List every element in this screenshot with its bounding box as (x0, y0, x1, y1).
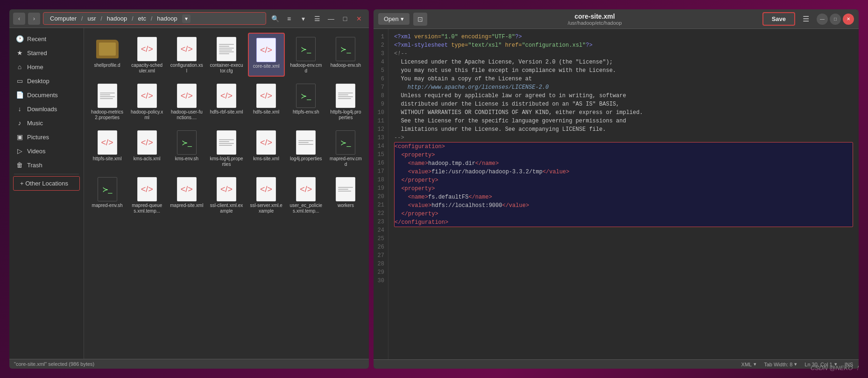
sidebar-item-videos[interactable]: ▷ Videos (9, 144, 84, 158)
breadcrumb-computer[interactable]: Computer (47, 14, 79, 23)
editor-titlebar: Open ▾ ⊡ core-site.xml /usr/hadoop/etc/h… (374, 9, 859, 29)
close-button[interactable]: ✕ (353, 13, 365, 25)
breadcrumb-sep-3: / (132, 15, 133, 22)
breadcrumb-etc[interactable]: etc (135, 14, 149, 23)
desktop-icon: ▭ (16, 77, 23, 85)
open-button[interactable]: Open ▾ (378, 13, 409, 25)
tabwidth-dropdown[interactable]: ▾ (794, 361, 797, 367)
file-item-shellprofile[interactable]: shellprofile.d (89, 33, 126, 77)
sidebar-item-music[interactable]: ♪ Music (9, 116, 84, 130)
sidebar-item-desktop[interactable]: ▭ Desktop (9, 74, 84, 88)
file-item-ssl-server[interactable]: </> ssl-server.xml.example (248, 173, 285, 217)
file-name-httpfs-site: httpfs-site.xml (93, 156, 122, 162)
code-area[interactable]: <?xml version="1.0" encoding="UTF-8"?> <… (388, 29, 859, 359)
pictures-icon: ▣ (16, 133, 23, 141)
file-item-mapred-sh[interactable]: ≻_ mapred-env.sh (89, 173, 126, 217)
file-item-core-site[interactable]: </> core-site.xml (248, 33, 285, 77)
file-item-httpfs-log4j[interactable]: httpfs-log4j.properties (327, 79, 364, 123)
file-icon-httpfs-env: ≻_ (295, 82, 317, 109)
line-numbers: 12345 678910 1112131415 1617181920 21222… (374, 29, 388, 359)
file-item-workers[interactable]: workers (327, 173, 364, 217)
file-item-user-ec[interactable]: </> user_ec_policies.xml.temp... (288, 173, 325, 217)
file-item-container-executor[interactable]: container-executor.cfg (208, 33, 245, 77)
editor-close-button[interactable]: ✕ (843, 14, 854, 25)
file-item-hadoop-env-sh[interactable]: ≻_ hadoop-env.sh (327, 33, 364, 77)
editor-content: 12345 678910 1112131415 1617181920 21222… (374, 29, 859, 359)
file-item-kms-site[interactable]: </> kms-site.xml (248, 126, 285, 170)
editor-window-buttons: — □ ✕ (817, 14, 854, 25)
file-item-user-functions[interactable]: </> hadoop-user-functions.... (168, 79, 205, 123)
sort-button[interactable]: ▾ (297, 13, 309, 25)
editor-minimize-button[interactable]: — (817, 14, 828, 25)
file-name-user-ec: user_ec_policies.xml.temp... (289, 203, 323, 214)
file-name-container: container-executor.cfg (210, 63, 243, 74)
editor-menu-button[interactable]: ☰ (799, 13, 813, 25)
file-item-policy[interactable]: </> hadoop-policy.xml (128, 79, 165, 123)
sidebar-item-pictures[interactable]: ▣ Pictures (9, 130, 84, 144)
file-name-mapred-cmd: mapred-env.cmd (329, 156, 362, 167)
fm-body: 🕐 Recent ★ Starred ⌂ Home ▭ Desktop 📄 (9, 28, 369, 359)
file-name-hdfs-site: hdfs-site.xml (253, 109, 279, 115)
editor-maximize-button[interactable]: □ (830, 14, 841, 25)
file-item-httpfs-site[interactable]: </> httpfs-site.xml (89, 126, 126, 170)
back-button[interactable]: ‹ (13, 13, 25, 25)
file-name-policy: hadoop-policy.xml (130, 109, 163, 121)
file-icon-log4j (295, 129, 317, 156)
file-item-mapred-cmd[interactable]: ≻_ mapred-env.cmd (327, 126, 364, 170)
file-item-log4j[interactable]: log4j.properties (288, 126, 325, 170)
search-button[interactable]: 🔍 (269, 13, 281, 25)
file-name-mapred-sh: mapred-env.sh (92, 203, 123, 208)
sidebar-item-recent[interactable]: 🕐 Recent (9, 32, 84, 46)
file-item-mapred-site[interactable]: </> mapred-site.xml (168, 173, 205, 217)
language-dropdown[interactable]: ▾ (754, 361, 756, 367)
sidebar-item-downloads[interactable]: ↓ Downloads (9, 102, 84, 116)
documents-icon: 📄 (16, 91, 23, 99)
file-icon-policy: </> (136, 82, 158, 109)
maximize-button[interactable]: □ (339, 13, 351, 25)
file-item-capacity[interactable]: </> capacity-scheduler.xml (128, 33, 165, 77)
file-icon-user-ec: </> (295, 176, 317, 203)
file-item-hadoop-env-cmd[interactable]: ≻_ hadoop-env.cmd (288, 33, 325, 77)
breadcrumb-hadoop2[interactable]: hadoop (154, 14, 180, 23)
open-label: Open (384, 15, 399, 22)
sidebar-item-home[interactable]: ⌂ Home (9, 60, 84, 74)
trash-icon: 🗑 (16, 161, 23, 169)
videos-icon: ▷ (16, 147, 23, 155)
breadcrumb-dropdown[interactable]: ▾ (182, 14, 191, 23)
file-name-configuration: configuration.xsl (170, 63, 203, 74)
sidebar-label-starred: Starred (27, 50, 47, 57)
file-item-configuration[interactable]: </> configuration.xsl (168, 33, 205, 77)
file-item-kms-env[interactable]: ≻_ kms-env.sh (168, 126, 205, 170)
file-item-kms-log4j[interactable]: kms-log4j.properties (208, 126, 245, 170)
downloads-icon: ↓ (16, 105, 23, 113)
sidebar-label-pictures: Pictures (27, 134, 49, 141)
menu-button[interactable]: ☰ (311, 13, 323, 25)
file-item-hdfs-site[interactable]: </> hdfs-site.xml (248, 79, 285, 123)
sidebar-label-videos: Videos (27, 148, 46, 155)
breadcrumb-sep-2: / (100, 15, 102, 22)
text-editor: Open ▾ ⊡ core-site.xml /usr/hadoop/etc/h… (374, 9, 859, 369)
file-item-ssl-client[interactable]: </> ssl-client.xml.example (208, 173, 245, 217)
sidebar-label-trash: Trash (27, 162, 42, 169)
forward-button[interactable]: › (28, 13, 40, 25)
breadcrumb-usr[interactable]: usr (85, 14, 99, 23)
breadcrumb-sep-4: / (151, 15, 152, 22)
save-button[interactable]: Save (762, 12, 795, 26)
sidebar-item-trash[interactable]: 🗑 Trash (9, 158, 84, 172)
breadcrumb-hadoop1[interactable]: hadoop (104, 14, 130, 23)
file-item-mapred-queues[interactable]: </> mapred-queues.xml.temp... (128, 173, 165, 217)
editor-icon-btn[interactable]: ⊡ (413, 13, 427, 26)
file-item-httpfs-env[interactable]: ≻_ httpfs-env.sh (288, 79, 325, 123)
list-view-button[interactable]: ≡ (283, 13, 295, 25)
open-dropdown-icon: ▾ (401, 15, 404, 22)
other-locations-button[interactable]: + Other Locations (13, 176, 80, 191)
file-item-kms-acls[interactable]: </> kms-acls.xml (128, 126, 165, 170)
minimize-button[interactable]: — (325, 13, 337, 25)
file-icon-httpfs-site: </> (96, 129, 119, 156)
file-icon-httpfs-log4j (334, 82, 357, 109)
file-item-metrics[interactable]: hadoop-metrics2.properties (89, 79, 126, 123)
sidebar-item-documents[interactable]: 📄 Documents (9, 88, 84, 102)
file-name-kms-log4j: kms-log4j.properties (210, 156, 243, 167)
sidebar-item-starred[interactable]: ★ Starred (9, 46, 84, 60)
file-item-hdfs-rbf[interactable]: </> hdfs-rbf-site.xml (208, 79, 245, 123)
